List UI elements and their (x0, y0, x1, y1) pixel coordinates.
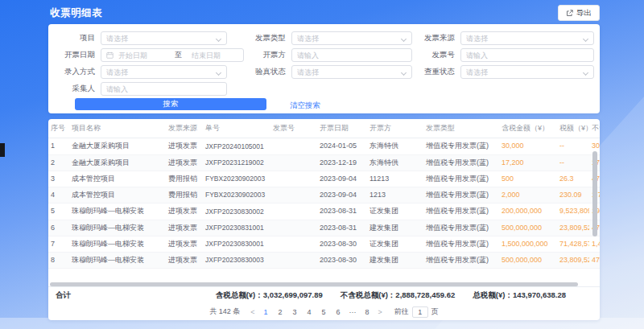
filter-invoice-no: 发票号 (415, 48, 594, 62)
cell-source: 费用报销 (166, 187, 203, 204)
cell-project: 金融大厦采购项目 (69, 138, 166, 154)
cell-project: 珠穆朗玛峰—电梯安装 (69, 220, 166, 236)
start-date-input[interactable] (114, 49, 170, 61)
page-number-button[interactable]: ··· (348, 308, 358, 316)
cell-seq: 5 (48, 204, 69, 220)
cell-invoice-no (270, 236, 317, 252)
invoice-date-label: 开票日期 (55, 50, 101, 60)
table-row[interactable]: 8 珠穆朗玛峰—电梯安装 进项发票 JXFP20230830003 2023-0… (48, 253, 600, 269)
page-number-button[interactable]: 8 (362, 308, 373, 316)
calendar-icon (106, 51, 114, 59)
filter-issuer: 开票方 (251, 48, 412, 62)
cell-seq: 8 (48, 253, 69, 269)
table-row[interactable]: 7 珠穆朗玛峰—电梯安装 进项发票 JXFP20230830001 2023-0… (48, 236, 600, 252)
cell-project: 成本管控项目 (69, 171, 166, 187)
collector-field[interactable] (101, 82, 227, 96)
cell-amount: 30,000 (499, 138, 557, 154)
cell-project: 金融大厦采购项目 (69, 154, 166, 171)
cell-seq: 4 (48, 187, 69, 204)
issuer-field[interactable] (291, 48, 412, 62)
page-number-button[interactable]: 2 (275, 308, 286, 316)
project-label: 项目 (55, 33, 101, 43)
issuer-input[interactable] (292, 49, 411, 61)
verify-status-select[interactable] (291, 65, 412, 79)
page-number-button[interactable]: 4 (304, 308, 315, 316)
cell-date: 2024-01-05 (317, 138, 367, 154)
screen-edge-notch (0, 143, 5, 157)
cell-party: 证发集团 (367, 236, 423, 252)
export-button[interactable]: 导出 (558, 5, 600, 21)
filter-collector: 采集人 (55, 82, 227, 96)
cell-type: 增值税专用发票(蓝) (423, 253, 499, 269)
goto-page-input[interactable] (412, 306, 428, 318)
dup-status-select-input[interactable] (461, 66, 593, 78)
invoice-no-input[interactable] (461, 49, 593, 61)
prev-page-button[interactable]: < (249, 308, 256, 316)
cell-party: 建发集团 (367, 253, 423, 269)
invoice-type-label: 发票类型 (251, 33, 291, 43)
cell-party: 1213 (367, 187, 423, 204)
cell-seq: 7 (48, 236, 69, 252)
cell-tax: -- (557, 138, 589, 154)
table-row[interactable]: 2 金融大厦采购项目 进项发票 JXFP20231219002 2023-12-… (48, 154, 600, 171)
next-page-button[interactable]: > (377, 308, 384, 316)
col-source: 发票来源 (166, 119, 203, 138)
table-row[interactable]: 4 成本管控项目 费用报销 FYBX20230902003 2023-09-04… (48, 187, 600, 204)
cell-seq: 2 (48, 154, 69, 171)
cell-order-no: JXFP20231219002 (203, 154, 270, 171)
entry-method-select-input[interactable] (101, 66, 226, 78)
search-button[interactable]: 搜索 (75, 98, 266, 110)
invoice-no-field[interactable] (460, 48, 594, 62)
vertical-scrollbar[interactable] (592, 151, 597, 236)
invoice-source-select-input[interactable] (461, 32, 593, 44)
cell-project: 珠穆朗玛峰—电梯安装 (69, 253, 166, 269)
cell-tax: 230.09 (557, 187, 589, 204)
invoice-source-select[interactable] (460, 31, 594, 45)
total-excl-tax: 不含税总额(¥)：2,888,728,459.62 (341, 290, 456, 301)
col-amount: 含税金额（¥） (499, 119, 557, 138)
table-row[interactable]: 6 珠穆朗玛峰—电梯安装 进项发票 JXFP20230831001 2023-0… (48, 220, 600, 236)
cell-amount: 200,000,000 (499, 204, 557, 220)
cell-type: 增值税专用发票(蓝) (423, 154, 499, 171)
entry-method-select[interactable] (101, 65, 227, 79)
date-range-picker[interactable]: 至 (101, 48, 244, 62)
page-number-button[interactable]: 1 (261, 308, 271, 316)
page-number-button[interactable]: 3 (290, 308, 300, 316)
cell-tax: 71,428,571.43 (557, 236, 589, 252)
cell-invoice-no (270, 154, 317, 171)
cell-source: 进项发票 (166, 220, 203, 236)
invoice-type-select-input[interactable] (292, 32, 411, 44)
cell-tax: 26.3 (557, 171, 589, 187)
dup-status-select[interactable] (460, 65, 594, 79)
cell-project: 珠穆朗玛峰—电梯安装 (69, 204, 166, 220)
cell-source: 进项发票 (166, 204, 203, 220)
cell-order-no: JXFP20240105001 (203, 138, 270, 154)
table-row[interactable]: 1 金融大厦采购项目 进项发票 JXFP20240105001 2024-01-… (48, 138, 600, 154)
table-scroll-area[interactable]: 序号 项目名称 发票来源 单号 发票号 开票日期 开票方 发票类型 含税金额（¥… (48, 119, 600, 269)
cell-seq: 3 (48, 171, 69, 187)
col-project: 项目名称 (69, 119, 166, 138)
filter-verify-status: 验真状态 (251, 65, 412, 79)
page-number-button[interactable]: 5 (319, 308, 329, 316)
project-select[interactable] (101, 31, 227, 45)
collector-input[interactable] (101, 83, 226, 95)
invoice-type-select[interactable] (291, 31, 412, 45)
project-select-input[interactable] (101, 32, 226, 44)
table-row[interactable]: 3 成本管控项目 费用报销 FYBX20230902003 2023-09-04… (48, 171, 600, 187)
col-tax: 税额（¥） (557, 119, 589, 138)
table-row[interactable]: 5 珠穆朗玛峰—电梯安装 进项发票 JXFP20230830002 2023-0… (48, 204, 600, 220)
cell-amount: 500 (499, 171, 557, 187)
filter-invoice-type: 发票类型 (251, 31, 412, 45)
cell-party: 东海特供 (367, 138, 423, 154)
invoice-table: 序号 项目名称 发票来源 单号 发票号 开票日期 开票方 发票类型 含税金额（¥… (48, 119, 600, 269)
clear-search-link[interactable]: 清空搜索 (290, 101, 320, 111)
end-date-input[interactable] (187, 49, 243, 61)
cell-invoice-no (270, 138, 317, 154)
page-number-button[interactable]: 6 (333, 308, 344, 316)
cell-source: 进项发票 (166, 138, 203, 154)
verify-status-select-input[interactable] (292, 66, 411, 78)
cell-amount: 2,000 (499, 187, 557, 204)
cell-amount: 500,000,000 (499, 220, 557, 236)
invoice-source-label: 发票来源 (415, 33, 460, 43)
cell-project: 成本管控项目 (69, 187, 166, 204)
